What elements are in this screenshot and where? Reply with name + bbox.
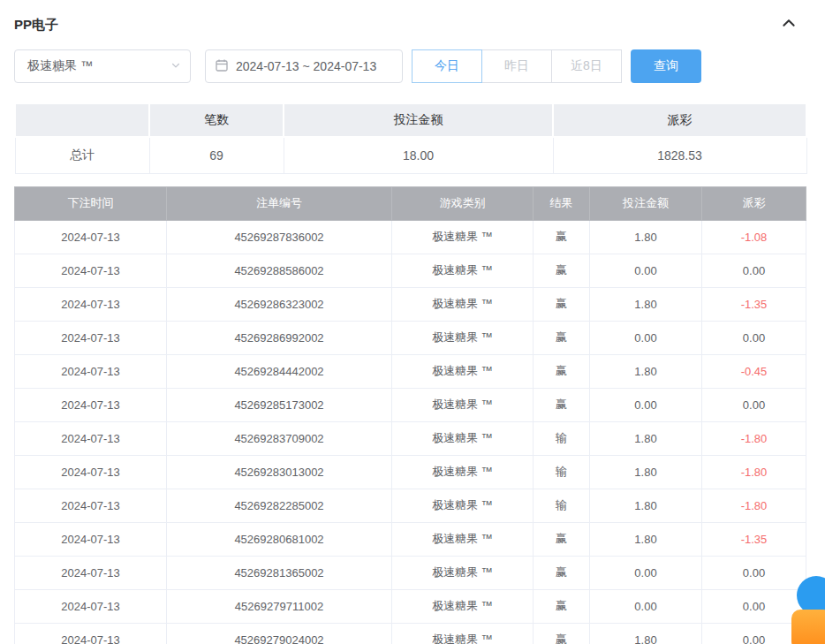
cell-bet: 0.00: [590, 254, 702, 287]
summary-header-bet-amount: 投注金额: [284, 103, 553, 137]
cell-order-id: 45269279711002: [167, 589, 392, 623]
cell-date: 2024-07-13: [15, 455, 167, 489]
summary-header-payout: 派彩: [553, 103, 806, 137]
cell-payout: -1.80: [702, 421, 806, 455]
table-row: 2024-07-1345269279024002极速糖果 ™赢1.800.00: [15, 623, 806, 644]
cell-order-id: 45269286323002: [167, 287, 392, 321]
filter-bar: 极速糖果 ™ 2024-07-13 ~ 2024-07-13 今日 昨日 近8日…: [14, 49, 811, 83]
table-row: 2024-07-1345269284442002极速糖果 ™赢1.80-0.45: [15, 354, 806, 388]
header-payout: 派彩: [702, 186, 806, 220]
cell-result: 赢: [534, 254, 590, 287]
table-row: 2024-07-1345269286323002极速糖果 ™赢1.80-1.35: [15, 287, 806, 321]
table-row: 2024-07-1345269281365002极速糖果 ™赢0.000.00: [15, 556, 806, 589]
cell-order-id: 45269282285002: [167, 489, 392, 522]
calendar-icon: [215, 58, 229, 75]
cell-game: 极速糖果 ™: [392, 522, 534, 556]
game-select-value: 极速糖果 ™: [27, 58, 93, 74]
table-row: 2024-07-1345269282285002极速糖果 ™输1.80-1.80: [15, 489, 806, 522]
cell-date: 2024-07-13: [15, 589, 167, 623]
summary-header-count: 笔数: [149, 103, 284, 137]
collapse-panel-button[interactable]: [777, 13, 800, 36]
cell-result: 输: [534, 421, 590, 455]
cell-date: 2024-07-13: [15, 623, 167, 644]
date-range-value: 2024-07-13 ~ 2024-07-13: [236, 59, 376, 73]
summary-total-count: 69: [149, 137, 284, 173]
summary-total-label: 总计: [15, 137, 149, 173]
cell-bet: 1.80: [590, 354, 702, 388]
yesterday-button[interactable]: 昨日: [481, 49, 552, 83]
page-title: PP电子: [14, 17, 58, 34]
cell-game: 极速糖果 ™: [392, 287, 534, 321]
cell-order-id: 45269286992002: [167, 321, 392, 354]
cell-game: 极速糖果 ™: [392, 254, 534, 287]
cell-order-id: 45269288586002: [167, 254, 392, 287]
cell-game: 极速糖果 ™: [392, 388, 534, 421]
summary-total-payout: 1828.53: [553, 137, 806, 173]
cell-game: 极速糖果 ™: [392, 455, 534, 489]
cell-order-id: 45269283709002: [167, 421, 392, 455]
cell-payout: 0.00: [702, 254, 806, 287]
cell-payout: -1.80: [702, 489, 806, 522]
cell-result: 输: [534, 455, 590, 489]
cell-game: 极速糖果 ™: [392, 220, 534, 254]
cell-game: 极速糖果 ™: [392, 321, 534, 354]
date-range-picker[interactable]: 2024-07-13 ~ 2024-07-13: [205, 49, 403, 83]
cell-payout: 0.00: [702, 556, 806, 589]
cell-bet: 0.00: [590, 321, 702, 354]
search-button[interactable]: 查询: [631, 49, 701, 83]
summary-total-row: 总计 69 18.00 1828.53: [15, 137, 806, 173]
game-select[interactable]: 极速糖果 ™: [14, 49, 191, 83]
bet-table-header-row: 下注时间 注单编号 游戏类别 结果 投注金额 派彩: [15, 186, 806, 220]
table-row: 2024-07-1345269280681002极速糖果 ™赢1.80-1.35: [15, 522, 806, 556]
cell-date: 2024-07-13: [15, 287, 167, 321]
table-row: 2024-07-1345269288586002极速糖果 ™赢0.000.00: [15, 254, 806, 287]
cell-payout: -1.08: [702, 220, 806, 254]
cell-result: 赢: [534, 321, 590, 354]
cell-result: 赢: [534, 522, 590, 556]
cell-result: 赢: [534, 556, 590, 589]
cell-payout: -1.35: [702, 287, 806, 321]
cell-bet: 0.00: [590, 388, 702, 421]
cell-payout: -1.35: [702, 522, 806, 556]
summary-table: 笔数 投注金额 派彩 总计 69 18.00 1828.53: [14, 102, 807, 174]
cell-payout: -0.45: [702, 354, 806, 388]
cell-order-id: 45269280681002: [167, 522, 392, 556]
cell-bet: 1.80: [590, 220, 702, 254]
summary-header-row: 笔数 投注金额 派彩: [15, 103, 806, 137]
last-8-days-button[interactable]: 近8日: [551, 49, 622, 83]
cell-payout: 0.00: [702, 589, 806, 623]
table-row: 2024-07-1345269285173002极速糖果 ™赢0.000.00: [15, 388, 806, 421]
summary-header-blank: [15, 103, 149, 137]
cell-date: 2024-07-13: [15, 421, 167, 455]
cell-order-id: 45269283013002: [167, 455, 392, 489]
cell-result: 赢: [534, 354, 590, 388]
report-panel: PP电子 极速糖果 ™ 2024-07-13 ~ 2024-: [0, 0, 825, 644]
cell-result: 赢: [534, 287, 590, 321]
cell-bet: 1.80: [590, 489, 702, 522]
bet-table: 下注时间 注单编号 游戏类别 结果 投注金额 派彩 2024-07-134526…: [14, 186, 806, 644]
cell-result: 赢: [534, 623, 590, 644]
cell-game: 极速糖果 ™: [392, 623, 534, 644]
cell-game: 极速糖果 ™: [392, 489, 534, 522]
customer-service-icon[interactable]: [791, 610, 825, 644]
cell-order-id: 45269281365002: [167, 556, 392, 589]
table-row: 2024-07-1345269283709002极速糖果 ™输1.80-1.80: [15, 421, 806, 455]
cell-date: 2024-07-13: [15, 489, 167, 522]
cell-payout: 0.00: [702, 623, 806, 644]
table-row: 2024-07-1345269286992002极速糖果 ™赢0.000.00: [15, 321, 806, 354]
cell-bet: 1.80: [590, 287, 702, 321]
chevron-down-icon: [170, 59, 181, 73]
cell-game: 极速糖果 ™: [392, 589, 534, 623]
cell-result: 赢: [534, 388, 590, 421]
cell-bet: 1.80: [590, 522, 702, 556]
cell-order-id: 45269284442002: [167, 354, 392, 388]
cell-payout: -1.80: [702, 455, 806, 489]
cell-date: 2024-07-13: [15, 556, 167, 589]
panel-header: PP电子: [14, 11, 811, 39]
cell-date: 2024-07-13: [15, 321, 167, 354]
today-button[interactable]: 今日: [412, 49, 482, 83]
cell-date: 2024-07-13: [15, 354, 167, 388]
cell-result: 输: [534, 489, 590, 522]
cell-bet: 0.00: [590, 589, 702, 623]
bet-table-body: 2024-07-1345269287836002极速糖果 ™赢1.80-1.08…: [15, 220, 806, 644]
